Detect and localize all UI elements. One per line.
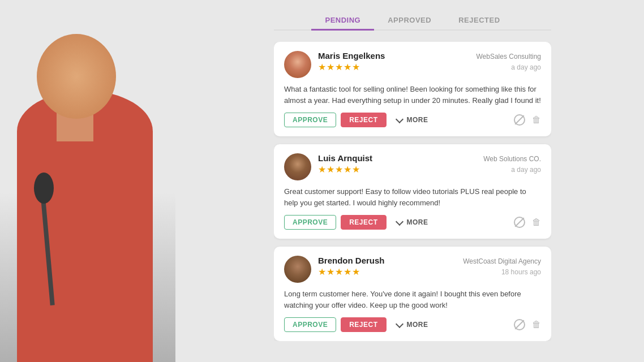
star: ★ [352, 62, 360, 72]
approve-button-3[interactable]: APPROVE [284, 317, 336, 332]
block-icon-3[interactable] [514, 319, 525, 330]
star: ★ [318, 164, 326, 175]
review-card-2: Luis Arnquist Web Solutions CO. ★ ★ ★ ★ … [274, 144, 551, 239]
reviewer-company-3: WestCoast Digital Agency [463, 257, 541, 265]
main-content: PENDING APPROVED REJECTED Maris Engelken… [187, 0, 644, 362]
chevron-down-icon [395, 320, 403, 327]
reviewer-name-2: Luis Arnquist [318, 153, 372, 163]
review-header-2: Luis Arnquist Web Solutions CO. ★ ★ ★ ★ … [284, 153, 541, 180]
star: ★ [335, 266, 343, 277]
reviewer-meta-1: Maris Engelkens WebSales Consulting [318, 51, 541, 61]
star: ★ [352, 266, 360, 277]
reviewer-company-1: WebSales Consulting [476, 53, 541, 61]
star: ★ [318, 266, 326, 277]
tab-rejected[interactable]: REJECTED [445, 11, 513, 31]
reviewer-company-2: Web Solutions CO. [483, 155, 541, 163]
reject-button-2[interactable]: REJECT [341, 215, 386, 230]
avatar-1 [284, 51, 311, 78]
stars-time-2: ★ ★ ★ ★ ★ a day ago [318, 164, 541, 175]
star: ★ [335, 62, 343, 72]
tabs-bar: PENDING APPROVED REJECTED [274, 11, 551, 31]
star: ★ [352, 164, 360, 175]
presenter-area [0, 23, 175, 362]
star: ★ [327, 164, 334, 175]
review-text-3: Long term customer here. You've done it … [284, 288, 541, 311]
more-button-3[interactable]: MORE [391, 318, 434, 331]
approve-button-1[interactable]: APPROVE [284, 113, 336, 127]
review-header-1: Maris Engelkens WebSales Consulting ★ ★ … [284, 51, 541, 78]
star: ★ [344, 164, 351, 175]
tab-approved[interactable]: APPROVED [374, 11, 445, 31]
stars-2: ★ ★ ★ ★ ★ [318, 164, 360, 175]
star: ★ [344, 266, 351, 277]
trash-icon-1[interactable]: 🗑 [532, 115, 541, 125]
review-text-2: Great customer support! Easy to follow v… [284, 186, 541, 208]
review-actions-3: APPROVE REJECT MORE 🗑 [284, 317, 541, 332]
review-actions-2: APPROVE REJECT MORE 🗑 [284, 215, 541, 230]
time-ago-3: 18 hours ago [501, 268, 541, 276]
chevron-down-icon [395, 217, 403, 225]
star: ★ [344, 62, 351, 72]
tab-pending[interactable]: PENDING [311, 11, 374, 31]
avatar-2 [284, 153, 311, 180]
review-card-3: Brendon Derush WestCoast Digital Agency … [274, 247, 551, 341]
more-button-2[interactable]: MORE [391, 216, 434, 229]
reviewer-info-2: Luis Arnquist Web Solutions CO. ★ ★ ★ ★ … [318, 153, 541, 175]
stars-1: ★ ★ ★ ★ ★ [318, 62, 360, 72]
trash-icon-3[interactable]: 🗑 [532, 320, 541, 330]
block-icon-2[interactable] [514, 217, 525, 228]
reviewer-info-3: Brendon Derush WestCoast Digital Agency … [318, 256, 541, 277]
stars-time-3: ★ ★ ★ ★ ★ 18 hours ago [318, 266, 541, 277]
review-card-1: Maris Engelkens WebSales Consulting ★ ★ … [274, 42, 551, 136]
approve-button-2[interactable]: APPROVE [284, 215, 336, 230]
review-header-3: Brendon Derush WestCoast Digital Agency … [284, 256, 541, 283]
review-text-1: What a fantastic tool for selling online… [284, 84, 541, 106]
reviewer-name-1: Maris Engelkens [318, 51, 385, 61]
reviewer-meta-2: Luis Arnquist Web Solutions CO. [318, 153, 541, 163]
chevron-down-icon [395, 115, 403, 123]
star: ★ [327, 266, 334, 277]
avatar-3 [284, 256, 311, 283]
stars-3: ★ ★ ★ ★ ★ [318, 266, 360, 277]
reject-button-1[interactable]: REJECT [341, 113, 386, 127]
trash-icon-2[interactable]: 🗑 [532, 217, 541, 227]
stars-time-1: ★ ★ ★ ★ ★ a day ago [318, 62, 541, 72]
action-icons-2: 🗑 [514, 217, 541, 228]
star: ★ [318, 62, 326, 72]
action-icons-1: 🗑 [514, 114, 541, 126]
reviewer-info-1: Maris Engelkens WebSales Consulting ★ ★ … [318, 51, 541, 72]
block-icon-1[interactable] [514, 114, 525, 126]
review-actions-1: APPROVE REJECT MORE 🗑 [284, 113, 541, 127]
star: ★ [335, 164, 343, 175]
more-button-1[interactable]: MORE [391, 113, 434, 127]
time-ago-1: a day ago [511, 63, 541, 71]
mic-head [34, 173, 54, 204]
action-icons-3: 🗑 [514, 319, 541, 330]
reviewer-name-3: Brendon Derush [318, 256, 385, 265]
reject-button-3[interactable]: REJECT [341, 317, 386, 332]
star: ★ [327, 62, 334, 72]
reviewer-meta-3: Brendon Derush WestCoast Digital Agency [318, 256, 541, 265]
reviews-list: Maris Engelkens WebSales Consulting ★ ★ … [274, 42, 551, 341]
time-ago-2: a day ago [511, 166, 541, 174]
person-face [37, 34, 116, 119]
